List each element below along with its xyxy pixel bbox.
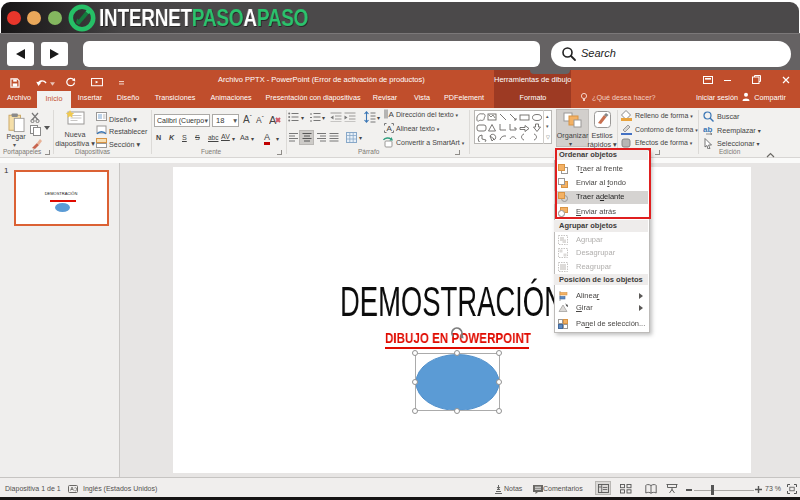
svg-text:A: A [389, 110, 395, 119]
svg-text:A: A [387, 124, 393, 133]
svg-text:A: A [269, 114, 277, 126]
svg-text:ab: ab [703, 125, 712, 134]
